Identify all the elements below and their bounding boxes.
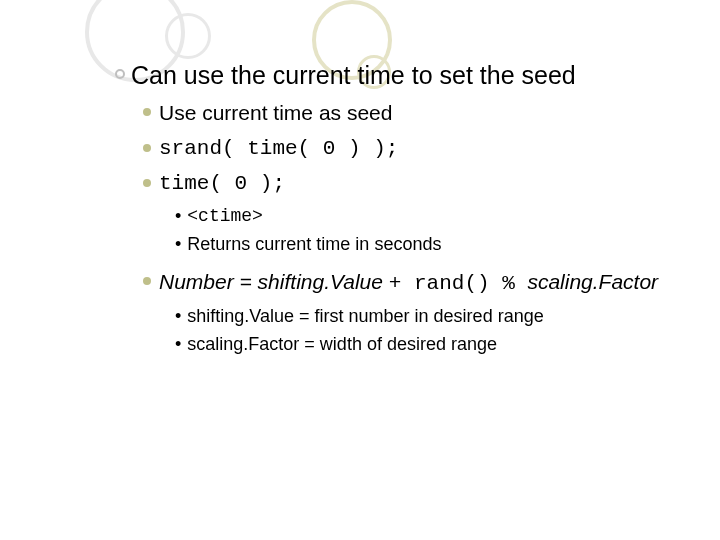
sub-item: • Returns current time in seconds [175, 233, 675, 256]
dot-bullet-icon [143, 179, 151, 187]
dash-bullet-icon: • [175, 205, 181, 228]
list-item-code: time( 0 ); [159, 170, 285, 197]
dot-bullet-icon [143, 108, 151, 116]
heading-text: Can use the current time to set the seed [131, 60, 576, 91]
dash-bullet-icon: • [175, 333, 181, 356]
list-item: Use current time as seed [143, 99, 675, 126]
sub-item-code: <ctime> [187, 205, 263, 228]
slide-content: Can use the current time to set the seed… [115, 60, 675, 360]
sub-item-text: shifting.Value = first number in desired… [187, 305, 543, 328]
sub-item: • <ctime> [175, 205, 675, 228]
list-item-text: Use current time as seed [159, 99, 392, 126]
sub-item: • shifting.Value = first number in desir… [175, 305, 675, 328]
dash-bullet-icon: • [175, 305, 181, 328]
dash-bullet-icon: • [175, 233, 181, 256]
formula-text: Number = shifting.Value + rand() % scali… [159, 268, 658, 297]
sub-item: • scaling.Factor = width of desired rang… [175, 333, 675, 356]
formula-code: + rand() % [389, 272, 528, 295]
dot-bullet-icon [143, 277, 151, 285]
hollow-bullet-icon [115, 69, 125, 79]
circle-icon [165, 13, 211, 59]
dot-bullet-icon [143, 144, 151, 152]
heading-row: Can use the current time to set the seed [115, 60, 675, 91]
sub-item-text: scaling.Factor = width of desired range [187, 333, 497, 356]
formula-plain: Number = shifting.Value [159, 270, 389, 293]
sub-item-text: Returns current time in seconds [187, 233, 441, 256]
formula-plain: scaling.Factor [527, 270, 658, 293]
list-item: srand( time( 0 ) ); [143, 135, 675, 162]
list-item: time( 0 ); [143, 170, 675, 197]
list-item-code: srand( time( 0 ) ); [159, 135, 398, 162]
list-item-formula: Number = shifting.Value + rand() % scali… [143, 268, 675, 297]
